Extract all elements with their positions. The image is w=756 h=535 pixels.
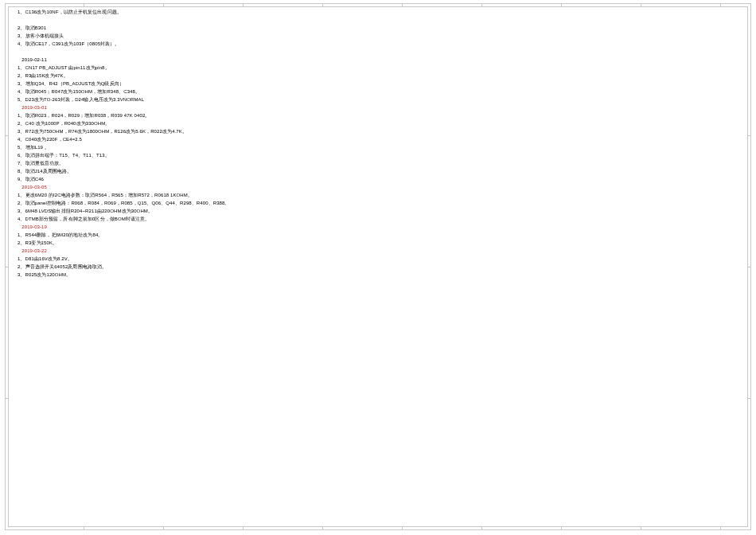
- text-line: 4、C040改为220F，CE4=2.5: [18, 135, 738, 143]
- text-line: 4、DTMB部分预留，所有脚之前加0区分，做BOM时请注意。: [18, 215, 738, 223]
- text-line: 3、R72改为750OHM，R74改为1800OHM，R126改为5.6K，R0…: [18, 127, 738, 135]
- border-tick: [481, 527, 482, 530]
- text-line: 2、C40 改为1000P，R040改为330OHM。: [18, 119, 738, 127]
- text-line: 2、R3变为150K。: [18, 239, 738, 247]
- text-line: 1、C136改为10NF，以防止开机复位出现问题。: [18, 8, 738, 16]
- text-line: 2、取消panel控制电路：R068，R084，R069，R085，Q15、Q0…: [18, 199, 738, 207]
- text-line: 1、更改6M20 的I2C电路参数：取消R564，R565；增加R572，R06…: [18, 191, 738, 199]
- text-line: 9、取消C46: [18, 175, 738, 183]
- border-tick: [5, 135, 8, 136]
- text-line: 2019-03-19: [18, 223, 738, 231]
- text-line: 1、CN17 PB_ADJUST 由pin11改为pin8。: [18, 64, 738, 72]
- text-line: 3、放客小体机端接头: [18, 32, 738, 40]
- text-line: 3、6M48 LVDS输出排阻R204~R211由220OHM改为30OHM。: [18, 207, 738, 215]
- text-line: [18, 16, 738, 24]
- border-tick: [561, 527, 562, 530]
- border-tick: [481, 3, 482, 6]
- text-line: 4、取消CE17，C391改为103F（0805封装）。: [18, 40, 738, 48]
- text-line: 2、R3由15K改为47K。: [18, 72, 738, 80]
- text-line: 8、取消J14及周围电路。: [18, 167, 738, 175]
- border-tick: [748, 135, 751, 136]
- border-tick: [243, 3, 244, 6]
- border-tick: [402, 3, 403, 6]
- text-line: [18, 48, 738, 56]
- border-tick: [720, 527, 721, 530]
- border-tick: [84, 527, 84, 530]
- text-line: 1、R544删除，把6M20的地址改为84。: [18, 231, 738, 239]
- border-tick: [748, 267, 751, 268]
- border-tick: [322, 527, 323, 530]
- text-line: 6、取消拼出端子：T15、T4、T11、T13。: [18, 151, 738, 159]
- text-line: 2、声音选择开关64052及周围电路取消。: [18, 263, 738, 271]
- border-tick: [5, 267, 8, 268]
- border-tick: [641, 527, 641, 530]
- text-line: 5、增加L19 。: [18, 143, 738, 151]
- text-line: 7、取消重低音功放。: [18, 159, 738, 167]
- border-tick: [561, 3, 562, 6]
- text-line: 2019-03-01: [18, 103, 738, 111]
- border-tick: [641, 3, 641, 6]
- text-line: 2、取消B301: [18, 24, 738, 32]
- text-line: 1、D81由16V改为8.2V。: [18, 255, 738, 263]
- border-tick: [163, 3, 164, 6]
- text-line: 2019-03-22: [18, 247, 738, 255]
- text-line: 5、D23改为TO-263封装，D24输入电压改为3.3VNORMAL: [18, 96, 738, 103]
- text-line: 3、增加Q34、R42（PB_ADJUST改为Q级反向）: [18, 80, 738, 88]
- border-tick: [402, 527, 403, 530]
- text-line: 2019-03-05: [18, 183, 738, 191]
- text-line: 1、取消R023，R024，R029；增加R038，R039 47K 0402。: [18, 111, 738, 119]
- border-tick: [5, 398, 8, 399]
- text-line: 4、取消R045；R047改为150OHM，增加R348、C348。: [18, 88, 738, 96]
- text-line: 2019-02-11: [18, 56, 738, 64]
- revision-notes-text: 1、C136改为10NF，以防止开机复位出现问题。2、取消B3013、放客小体机…: [18, 8, 738, 279]
- border-tick: [243, 527, 244, 530]
- border-tick: [163, 527, 164, 530]
- border-tick: [720, 3, 721, 6]
- schematic-notes-sheet: 1、C136改为10NF，以防止开机复位出现问题。2、取消B3013、放客小体机…: [0, 0, 756, 535]
- border-tick: [84, 3, 84, 6]
- border-tick: [748, 398, 751, 399]
- border-tick: [322, 3, 323, 6]
- text-line: 3、R025改为120OHM。: [18, 271, 738, 279]
